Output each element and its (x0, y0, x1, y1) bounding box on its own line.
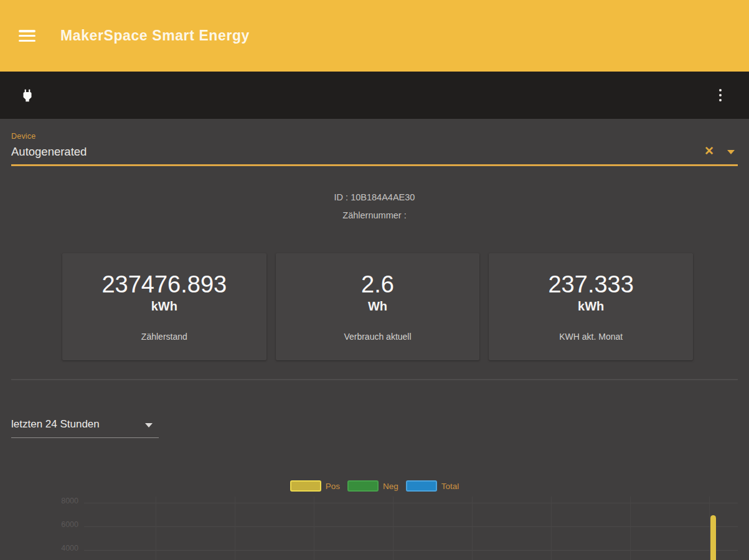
gridline-v (630, 497, 631, 560)
stat-caption: Verbrauch aktuell (276, 332, 480, 342)
gridline-h (84, 526, 738, 527)
y-axis-tick: 8000 (36, 497, 78, 505)
device-select-label: Device (11, 132, 738, 141)
stat-cards: 237476.893 kWh Zählerstand 2.6 Wh Verbra… (62, 253, 693, 360)
gridline-v (393, 497, 393, 560)
legend-label: Neg (383, 482, 398, 491)
device-select-value: Autogenerated (11, 145, 87, 158)
y-axis-tick: 6000 (36, 520, 78, 529)
meter-number-text: Zählernummer : (0, 209, 749, 222)
range-select-value: letzten 24 Stunden (11, 418, 100, 430)
kebab-menu-icon[interactable] (714, 85, 727, 105)
stat-caption: Zählerstand (62, 332, 266, 342)
stat-caption: KWH akt. Monat (489, 332, 693, 342)
stat-unit: Wh (276, 299, 480, 314)
main-content: Device Autogenerated ✕ ID : 10B184A4AE30… (0, 119, 749, 560)
stat-card-verbrauch: 2.6 Wh Verbrauch aktuell (276, 253, 480, 360)
legend-swatch-total (406, 480, 437, 492)
gridline-v (235, 497, 235, 560)
stat-card-zaehlerstand: 237476.893 kWh Zählerstand (62, 253, 266, 360)
range-select[interactable]: letzten 24 Stunden (11, 418, 159, 438)
stat-card-kwh-monat: 237.333 kWh KWH akt. Monat (489, 253, 693, 360)
chart-legend: Pos Neg Total (0, 480, 749, 492)
chevron-down-icon (145, 423, 153, 427)
app-title: MakerSpace Smart Energy (60, 27, 250, 44)
stat-unit: kWh (489, 299, 693, 314)
legend-item-pos[interactable]: Pos (290, 480, 340, 492)
gridline-v (551, 497, 552, 560)
device-toolbar (0, 72, 749, 119)
stat-value: 237476.893 (62, 271, 266, 297)
gridline-v (314, 497, 314, 560)
stat-value: 237.333 (489, 271, 693, 297)
power-plug-icon[interactable] (19, 87, 35, 104)
y-axis-tick: 4000 (36, 544, 78, 553)
device-select: Device Autogenerated ✕ (11, 132, 738, 166)
meter-info: ID : 10B184A4AE30 Zählernummer : (0, 191, 749, 222)
gridline-v (156, 497, 156, 560)
chevron-down-icon[interactable] (727, 150, 735, 154)
chart-bar-pos[interactable] (710, 515, 716, 560)
legend-item-total[interactable]: Total (406, 480, 459, 492)
legend-item-neg[interactable]: Neg (347, 480, 398, 492)
stat-value: 2.6 (276, 271, 480, 297)
legend-swatch-neg (347, 480, 379, 492)
legend-swatch-pos (290, 480, 321, 492)
app-screen: MakerSpace Smart Energy Device Autogener… (0, 0, 749, 560)
stat-unit: kWh (62, 299, 266, 314)
device-id-text: ID : 10B184A4AE30 (0, 191, 749, 204)
gridline-v (709, 497, 710, 560)
hamburger-menu-icon[interactable] (19, 30, 35, 42)
device-select-field[interactable]: Autogenerated ✕ (11, 145, 738, 166)
legend-label: Pos (326, 482, 340, 491)
gridline-h (84, 550, 738, 551)
gridline-v (472, 497, 473, 560)
legend-label: Total (441, 482, 459, 491)
gridline-h (84, 503, 738, 503)
app-header: MakerSpace Smart Energy (0, 0, 749, 72)
clear-icon[interactable]: ✕ (704, 144, 714, 158)
section-divider (11, 379, 738, 380)
